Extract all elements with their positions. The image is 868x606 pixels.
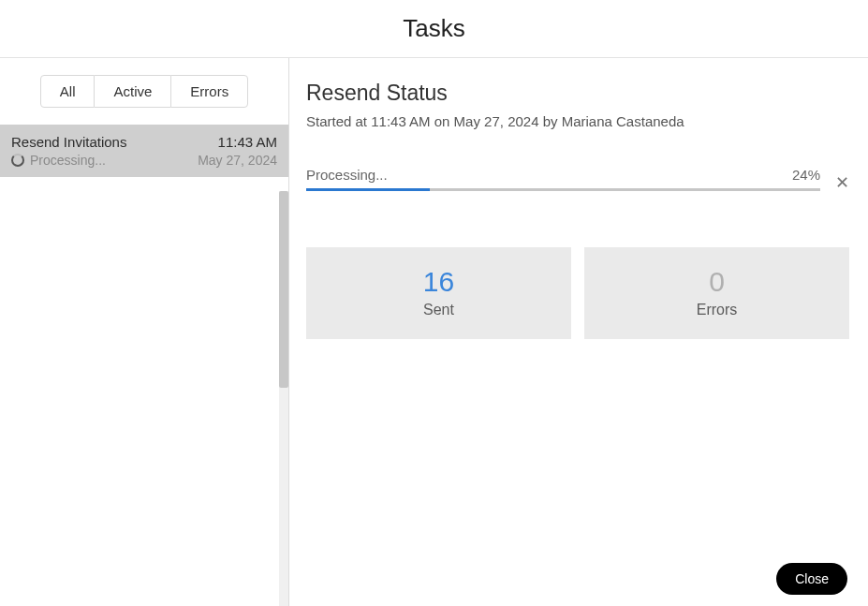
stat-sent-label: Sent xyxy=(306,302,571,318)
task-time: 11:43 AM xyxy=(218,134,277,150)
scrollbar-thumb[interactable] xyxy=(279,191,288,388)
progress-area: Processing... 24% ✕ xyxy=(306,167,849,191)
spinner-icon xyxy=(11,154,24,167)
stats-row: 16 Sent 0 Errors xyxy=(306,247,849,339)
task-name: Resend Invitations xyxy=(11,134,126,150)
filter-errors-button[interactable]: Errors xyxy=(170,75,248,108)
filter-group: All Active Errors xyxy=(0,58,288,125)
close-button[interactable]: Close xyxy=(776,563,847,595)
stat-errors-label: Errors xyxy=(584,302,849,318)
scrollbar-track[interactable] xyxy=(279,191,288,606)
page-title: Tasks xyxy=(403,14,464,43)
task-status-wrap: Processing... xyxy=(11,153,106,168)
detail-title: Resend Status xyxy=(306,81,849,106)
stat-errors-value: 0 xyxy=(584,266,849,298)
close-icon[interactable]: ✕ xyxy=(835,174,849,191)
task-status: Processing... xyxy=(30,153,106,168)
progress-label: Processing... xyxy=(306,167,388,183)
progress-track xyxy=(306,188,820,191)
progress-fill xyxy=(306,188,430,191)
progress-bar-container: Processing... 24% xyxy=(306,167,820,191)
stat-card-errors: 0 Errors xyxy=(584,247,849,339)
task-item[interactable]: Resend Invitations 11:43 AM Processing..… xyxy=(0,125,288,177)
filter-active-button[interactable]: Active xyxy=(95,75,170,108)
stat-card-sent: 16 Sent xyxy=(306,247,571,339)
progress-percent: 24% xyxy=(792,167,820,183)
task-list: Resend Invitations 11:43 AM Processing..… xyxy=(0,125,288,606)
progress-top: Processing... 24% xyxy=(306,167,820,183)
filter-all-button[interactable]: All xyxy=(40,75,96,108)
task-date: May 27, 2024 xyxy=(198,153,277,168)
task-row-bottom: Processing... May 27, 2024 xyxy=(11,153,277,168)
task-row-top: Resend Invitations 11:43 AM xyxy=(11,134,277,150)
stat-sent-value: 16 xyxy=(306,266,571,298)
sidebar: All Active Errors Resend Invitations 11:… xyxy=(0,58,289,606)
detail-subtitle: Started at 11:43 AM on May 27, 2024 by M… xyxy=(306,113,849,129)
header: Tasks xyxy=(0,0,868,58)
detail-panel: Resend Status Started at 11:43 AM on May… xyxy=(289,58,868,606)
body: All Active Errors Resend Invitations 11:… xyxy=(0,58,868,606)
